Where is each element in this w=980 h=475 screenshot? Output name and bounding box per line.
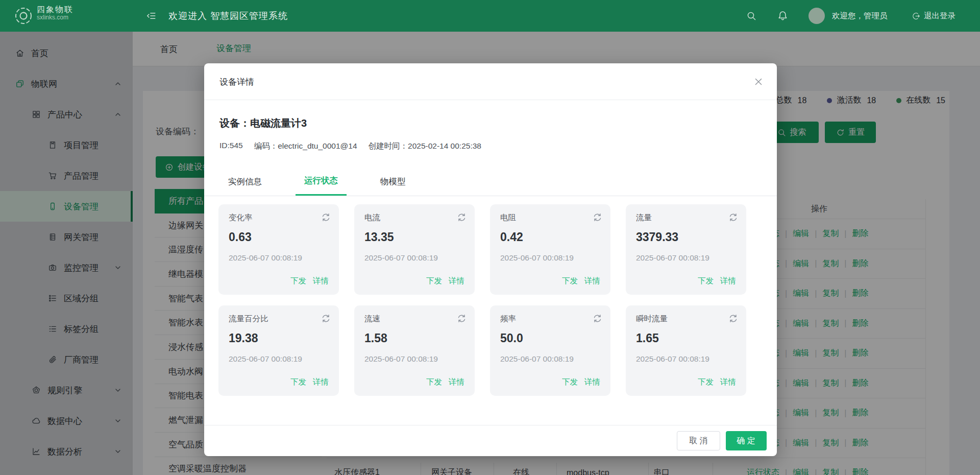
card-label: 变化率 — [229, 212, 329, 223]
detail-link[interactable]: 详情 — [584, 276, 600, 287]
property-card-2: 电阻0.422025-06-07 00:08:19下发详情 — [490, 204, 610, 295]
card-timestamp: 2025-06-07 00:08:19 — [636, 253, 736, 263]
send-link[interactable]: 下发 — [290, 377, 306, 388]
property-card-7: 瞬时流量1.652025-06-07 00:08:19下发详情 — [626, 305, 746, 396]
user-greeting: 欢迎您，管理员 — [832, 0, 888, 32]
send-link[interactable]: 下发 — [562, 276, 578, 287]
close-icon[interactable] — [753, 77, 764, 87]
modal-tabs: 实例信息运行状态物模型 — [204, 168, 777, 196]
send-link[interactable]: 下发 — [698, 276, 714, 287]
detail-link[interactable]: 详情 — [449, 276, 464, 287]
card-timestamp: 2025-06-07 00:08:19 — [500, 253, 600, 263]
send-link[interactable]: 下发 — [426, 276, 442, 287]
send-link[interactable]: 下发 — [562, 377, 578, 388]
card-timestamp: 2025-06-07 00:08:19 — [636, 354, 736, 364]
detail-link[interactable]: 详情 — [720, 377, 736, 388]
refresh-icon[interactable] — [457, 212, 467, 222]
modal-footer: 取 消 确 定 — [204, 425, 777, 456]
modal-tab-2[interactable]: 物模型 — [372, 168, 414, 196]
refresh-icon[interactable] — [593, 314, 602, 323]
brand-name: 四象物联 — [37, 5, 74, 14]
top-header: 四象物联 sxlinks.com 欢迎进入 智慧园区管理系统 欢迎您，管理员 退… — [0, 0, 980, 32]
cancel-button[interactable]: 取 消 — [677, 431, 720, 450]
card-value: 3379.33 — [636, 230, 736, 244]
detail-link[interactable]: 详情 — [313, 377, 329, 388]
property-card-0: 变化率0.632025-06-07 00:08:19下发详情 — [218, 204, 339, 295]
card-links: 下发详情 — [364, 377, 464, 388]
card-timestamp: 2025-06-07 00:08:19 — [364, 253, 464, 263]
refresh-icon[interactable] — [728, 314, 738, 323]
card-links: 下发详情 — [636, 276, 736, 287]
card-links: 下发详情 — [229, 377, 329, 388]
modal-tab-0[interactable]: 实例信息 — [219, 168, 271, 196]
card-links: 下发详情 — [636, 377, 736, 388]
property-card-5: 流速1.582025-06-07 00:08:19下发详情 — [354, 305, 475, 396]
card-timestamp: 2025-06-07 00:08:19 — [500, 354, 600, 364]
confirm-button[interactable]: 确 定 — [726, 431, 767, 450]
card-label: 电流 — [364, 212, 464, 223]
detail-link[interactable]: 详情 — [313, 276, 329, 287]
property-card-1: 电流13.352025-06-07 00:08:19下发详情 — [354, 204, 475, 295]
card-value: 1.65 — [636, 331, 736, 345]
card-links: 下发详情 — [364, 276, 464, 287]
property-card-6: 频率50.02025-06-07 00:08:19下发详情 — [490, 305, 610, 396]
device-detail-modal: 设备详情 设备：电磁流量计3 ID:545 编码：electric_dtu_00… — [204, 63, 777, 456]
card-label: 电阻 — [500, 212, 600, 223]
card-timestamp: 2025-06-07 00:08:19 — [364, 354, 464, 364]
send-link[interactable]: 下发 — [426, 377, 442, 388]
card-value: 13.35 — [364, 230, 464, 244]
card-value: 0.42 — [500, 230, 600, 244]
card-label: 流速 — [364, 314, 464, 324]
brand-logo-icon — [14, 7, 33, 25]
card-label: 流量百分比 — [229, 314, 329, 324]
card-timestamp: 2025-06-07 00:08:19 — [229, 354, 329, 364]
send-link[interactable]: 下发 — [290, 276, 306, 287]
detail-link[interactable]: 详情 — [584, 377, 600, 388]
card-label: 频率 — [500, 314, 600, 324]
device-id: ID:545 — [219, 141, 243, 152]
card-value: 19.38 — [229, 331, 329, 345]
device-code: 编码：electric_dtu_0001@14 — [254, 141, 357, 152]
property-card-4: 流量百分比19.382025-06-07 00:08:19下发详情 — [218, 305, 339, 396]
card-links: 下发详情 — [500, 377, 600, 388]
modal-title: 设备详情 — [219, 63, 254, 100]
property-cards: 变化率0.632025-06-07 00:08:19下发详情电流13.35202… — [218, 204, 746, 396]
bell-icon[interactable] — [777, 10, 788, 21]
detail-link[interactable]: 详情 — [449, 377, 464, 388]
refresh-icon[interactable] — [593, 212, 602, 222]
device-created: 创建时间：2025-02-14 00:25:38 — [369, 141, 481, 152]
avatar — [808, 8, 825, 24]
detail-link[interactable]: 详情 — [720, 276, 736, 287]
logout-button[interactable]: 退出登录 — [912, 0, 955, 32]
card-timestamp: 2025-06-07 00:08:19 — [229, 253, 329, 263]
device-meta: ID:545 编码：electric_dtu_0001@14 创建时间：2025… — [219, 141, 481, 152]
card-value: 50.0 — [500, 331, 600, 345]
modal-header: 设备详情 — [204, 63, 777, 100]
refresh-icon[interactable] — [457, 314, 467, 323]
brand-logo-text: 四象物联 sxlinks.com — [37, 5, 74, 21]
card-links: 下发详情 — [229, 276, 329, 287]
refresh-icon[interactable] — [321, 212, 331, 222]
card-value: 1.58 — [364, 331, 464, 345]
device-name-title: 设备：电磁流量计3 — [219, 116, 307, 130]
logout-label: 退出登录 — [924, 11, 955, 21]
refresh-icon[interactable] — [728, 212, 738, 222]
logout-icon — [912, 12, 920, 20]
refresh-icon[interactable] — [321, 314, 331, 323]
card-label: 瞬时流量 — [636, 314, 736, 324]
search-icon[interactable] — [746, 11, 756, 21]
send-link[interactable]: 下发 — [698, 377, 714, 388]
app-root: 四象物联 sxlinks.com 欢迎进入 智慧园区管理系统 欢迎您，管理员 退… — [0, 0, 980, 475]
app-title: 欢迎进入 智慧园区管理系统 — [168, 0, 288, 32]
brand-domain: sxlinks.com — [37, 14, 74, 21]
menu-fold-icon[interactable] — [146, 11, 156, 21]
modal-tab-1[interactable]: 运行状态 — [296, 168, 347, 196]
card-label: 流量 — [636, 212, 736, 223]
card-links: 下发详情 — [500, 276, 600, 287]
card-value: 0.63 — [229, 230, 329, 244]
property-card-3: 流量3379.332025-06-07 00:08:19下发详情 — [626, 204, 746, 295]
